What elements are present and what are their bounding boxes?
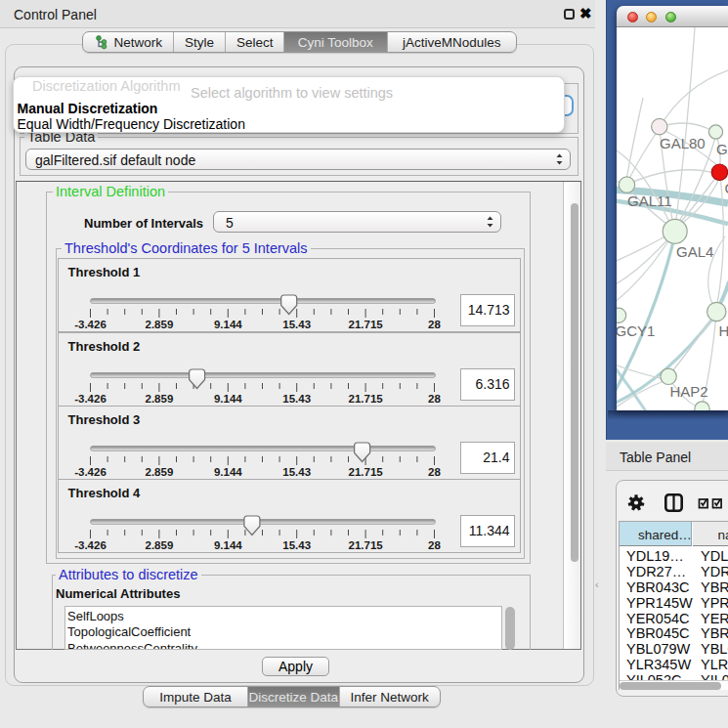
svg-text:21.715: 21.715 [348, 393, 383, 405]
svg-text:15.43: 15.43 [282, 466, 311, 478]
svg-text:-3.426: -3.426 [74, 319, 107, 330]
svg-text:-3.426: -3.426 [74, 466, 107, 478]
svg-text:28: 28 [428, 319, 441, 330]
svg-text:9.144: 9.144 [213, 466, 241, 478]
svg-text:15.43: 15.43 [282, 319, 311, 330]
svg-text:15.43: 15.43 [282, 539, 311, 551]
svg-text:GCY1: GCY1 [617, 322, 655, 339]
svg-text:2.859: 2.859 [145, 466, 173, 478]
svg-text:HAP2: HAP2 [670, 383, 708, 400]
svg-text:21.715: 21.715 [348, 319, 383, 330]
svg-text:28: 28 [428, 539, 441, 551]
svg-text:GAL4: GAL4 [676, 243, 713, 260]
svg-text:-3.426: -3.426 [74, 393, 107, 405]
svg-text:21.715: 21.715 [348, 539, 383, 551]
svg-text:H: H [719, 322, 728, 339]
svg-text:-3.426: -3.426 [74, 539, 107, 551]
svg-text:2.859: 2.859 [145, 393, 173, 405]
svg-text:2.859: 2.859 [145, 319, 173, 330]
svg-text:GA: GA [716, 141, 728, 157]
svg-text:9.144: 9.144 [213, 539, 241, 551]
svg-text:9.144: 9.144 [213, 393, 241, 405]
svg-text:9.144: 9.144 [213, 319, 241, 330]
svg-text:28: 28 [428, 466, 441, 478]
svg-text:GAL11: GAL11 [627, 193, 672, 209]
svg-text:28: 28 [428, 393, 441, 405]
svg-text:21.715: 21.715 [348, 466, 383, 478]
svg-text:GAL80: GAL80 [660, 135, 706, 151]
svg-text:C: C [725, 180, 728, 196]
svg-text:15.43: 15.43 [282, 393, 311, 405]
svg-text:2.859: 2.859 [145, 539, 173, 551]
